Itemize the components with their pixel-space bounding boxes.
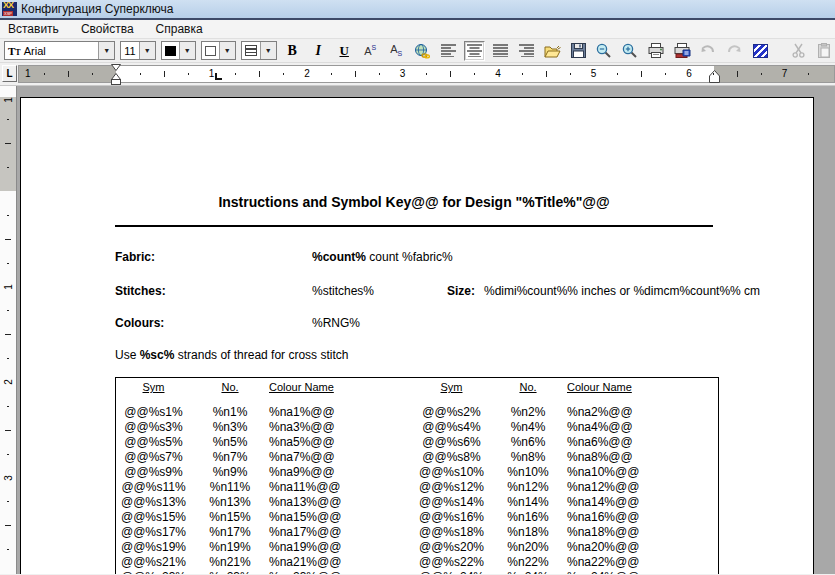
number-cell: %n24% — [489, 570, 567, 574]
right-indent-marker[interactable] — [709, 70, 720, 83]
symbol-cell: @@%s20% — [414, 540, 489, 554]
number-cell: %n19% — [191, 540, 269, 554]
number-cell: %n18% — [489, 525, 567, 539]
ruler-tick — [5, 334, 11, 335]
bold-button[interactable]: B — [282, 41, 303, 61]
align-left-icon — [441, 44, 456, 57]
vertical-ruler[interactable]: 1231 — [0, 86, 17, 574]
ruler-tick — [426, 73, 427, 75]
colour-name-cell: %na17%@@ — [269, 525, 414, 539]
colour-name-cell: %na13%@@ — [269, 495, 414, 509]
hyperlink-button[interactable] — [412, 41, 433, 61]
horizontal-ruler[interactable]: 12345671 — [18, 65, 835, 83]
cut-button[interactable] — [788, 41, 809, 61]
font-size-combo[interactable]: 11 ▼ — [120, 41, 155, 60]
fabric-label: Fabric: — [115, 250, 155, 264]
symbol-cell: @@%s8% — [414, 450, 489, 464]
zoom-in-button[interactable] — [620, 41, 641, 61]
ruler-tick — [474, 73, 475, 75]
print-setup-button[interactable] — [672, 41, 693, 61]
align-justify-button[interactable] — [490, 41, 511, 61]
align-left-button[interactable] — [438, 41, 459, 61]
colour-name-cell: %na20%@@ — [567, 540, 717, 554]
ruler-tick — [188, 73, 189, 75]
number-cell: %n14% — [489, 495, 567, 509]
header-sym-left: Sym — [116, 381, 191, 393]
text-color-swatch — [165, 46, 176, 56]
open-button[interactable] — [542, 41, 563, 61]
symbol-key-table: Sym No. Colour Name Sym No. Colour Name … — [115, 377, 719, 574]
bold-icon: B — [288, 43, 297, 59]
font-family-combo[interactable]: TTArial ▼ — [4, 41, 115, 60]
subscript-icon: AS — [390, 43, 402, 57]
colour-name-cell: %na9%@@ — [269, 465, 414, 479]
symbol-cell: @@%s9% — [116, 465, 191, 479]
app-icon-xsp: XSP — [3, 11, 13, 16]
header-no-right: No. — [489, 381, 567, 393]
fabric-line: Fabric: %count% count %fabric% — [115, 250, 155, 264]
number-cell: %n17% — [191, 525, 269, 539]
number-cell: %n22% — [489, 555, 567, 569]
tab-type-selector[interactable]: L — [2, 65, 17, 82]
app-icon-xx: XX — [3, 0, 13, 10]
table-row: @@%s23% %n23% %na23%@@ @@%s24% %n24% %na… — [116, 570, 718, 574]
superscript-button[interactable]: AS — [360, 41, 381, 61]
undo-button[interactable] — [698, 41, 719, 61]
zoom-out-button[interactable] — [594, 41, 615, 61]
subscript-button[interactable]: AS — [386, 41, 407, 61]
menu-item[interactable]: Справка — [156, 22, 203, 36]
font-size-dropdown-arrow[interactable]: ▼ — [139, 42, 155, 59]
symbol-cell: @@%s18% — [414, 525, 489, 539]
align-justify-icon — [493, 44, 508, 57]
ruler-tick — [5, 525, 11, 526]
document-page[interactable]: Instructions and Symbol Key@@ for Design… — [20, 97, 814, 574]
ruler-tick — [140, 73, 141, 75]
ruler-tick — [355, 71, 356, 77]
font-family-dropdown-arrow[interactable]: ▼ — [98, 42, 114, 59]
print-button[interactable] — [646, 41, 667, 61]
menu-item[interactable]: Свойства — [81, 22, 134, 36]
size-value: %dimi%count%% inches or %dimcm%count%% c… — [484, 284, 760, 298]
ruler-tick — [7, 549, 9, 550]
italic-button[interactable]: I — [308, 41, 329, 61]
ruler-tick — [259, 71, 260, 77]
table-row: @@%s1% %n1% %na1%@@ @@%s2% %n2% %na2%@@ — [116, 405, 718, 420]
line-spacing-dropdown[interactable]: ▼ — [241, 41, 277, 60]
ruler-margin-number: 1 — [25, 68, 31, 79]
pattern-fill-button[interactable] — [750, 41, 771, 61]
number-cell: %n20% — [489, 540, 567, 554]
titlebar[interactable]: XX XSP Конфигурация Суперключа — [0, 0, 835, 18]
use-strands-line: Use %sc% strands of thread for cross sti… — [115, 348, 348, 362]
tab-stop-marker[interactable] — [215, 73, 222, 80]
underline-button[interactable]: U — [334, 41, 355, 61]
ruler-tick — [7, 501, 9, 502]
align-right-button[interactable] — [516, 41, 537, 61]
save-button[interactable] — [568, 41, 589, 61]
symbol-cell: @@%s5% — [116, 435, 191, 449]
menu-item[interactable]: Вставить — [8, 22, 59, 36]
highlight-color-dropdown-arrow[interactable]: ▼ — [219, 42, 235, 59]
colour-name-cell: %na19%@@ — [269, 540, 414, 554]
colours-value: %RNG% — [312, 316, 360, 330]
indent-marker[interactable] — [111, 64, 121, 86]
symbol-cell: @@%s4% — [414, 420, 489, 434]
text-color-dropdown-arrow[interactable]: ▼ — [179, 42, 195, 59]
redo-button[interactable] — [724, 41, 745, 61]
line-spacing-dropdown-arrow[interactable]: ▼ — [260, 42, 276, 59]
highlight-color-dropdown[interactable]: ▼ — [201, 41, 236, 60]
colour-name-cell: %na23%@@ — [269, 570, 414, 574]
symbol-cell: @@%s16% — [414, 510, 489, 524]
ruler-number: 7 — [782, 68, 788, 79]
paste-button[interactable] — [814, 41, 835, 61]
ruler-tick — [570, 73, 571, 75]
symbol-cell: @@%s10% — [414, 465, 489, 479]
ruler-tick — [7, 215, 9, 216]
ruler-tick — [7, 310, 9, 311]
align-center-button[interactable] — [464, 41, 485, 61]
text-color-dropdown[interactable]: ▼ — [161, 41, 196, 60]
ruler-tick — [808, 73, 809, 75]
ruler-tick — [7, 263, 9, 264]
ruler-tick — [546, 71, 547, 77]
colour-name-cell: %na8%@@ — [567, 450, 717, 464]
ruler-tick — [7, 167, 9, 168]
